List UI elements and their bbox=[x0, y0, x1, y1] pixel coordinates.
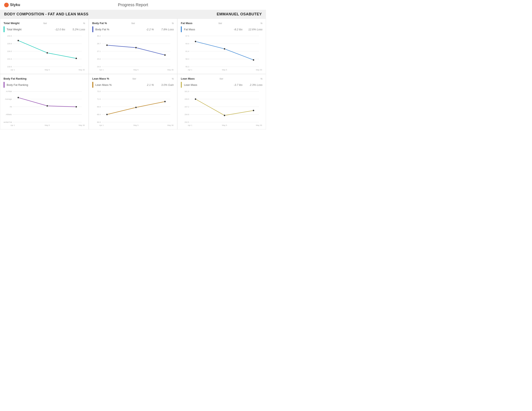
chart-panel-lean-mass: Lean MassNet%Lean Mass-3.7 lbs2.3% Loss1… bbox=[177, 74, 266, 129]
svg-text:Apr 1: Apr 1 bbox=[11, 124, 15, 126]
color-bar-fat-mass bbox=[181, 26, 182, 32]
net-label-total-weight: Net bbox=[43, 22, 47, 25]
svg-text:61.4: 61.4 bbox=[186, 50, 189, 52]
chart-area-fat-mass: 67.564.461.458.355.3Apr 1May 5May 30 bbox=[181, 34, 262, 72]
header: Styku Progress Report BODY COMPOSITION -… bbox=[0, 0, 266, 19]
chart-area-lean-mass-pct: 73.071.569.968.466.9Apr 1May 5May 30 bbox=[92, 90, 174, 127]
color-bar-total-weight bbox=[4, 26, 5, 32]
svg-text:58.3: 58.3 bbox=[186, 58, 189, 60]
color-bar-body-fat-pct bbox=[92, 26, 93, 32]
chart-header-fat-mass: Fat MassNet% bbox=[181, 22, 262, 25]
svg-text:157.2: 157.2 bbox=[185, 106, 189, 108]
chart-svg-lean-mass: 161.9159.5157.2154.8152.5Apr 1May 5May 3… bbox=[181, 90, 262, 127]
chart-panel-fat-mass: Fat MassNet%Fat Mass-8.2 lbs12.6% Loss67… bbox=[177, 19, 266, 74]
svg-text:55.3: 55.3 bbox=[186, 66, 189, 68]
pct-label-body-fat-pct: % bbox=[172, 22, 174, 25]
svg-text:222.3: 222.3 bbox=[7, 58, 12, 60]
logo: Styku bbox=[4, 3, 20, 7]
metric-name-fat-mass: Fat Mass bbox=[184, 28, 228, 31]
svg-text:May 5: May 5 bbox=[222, 124, 227, 126]
svg-text:233.5: 233.5 bbox=[7, 35, 12, 37]
section-header: BODY COMPOSITION - FAT AND LEAN MASS EMM… bbox=[0, 10, 266, 19]
chart-header-body-fat-ranking: Body Fat Ranking bbox=[4, 77, 85, 80]
net-label-lean-mass-pct: Net bbox=[132, 77, 136, 80]
svg-text:Apr 1: Apr 1 bbox=[11, 69, 15, 71]
svg-text:71.5: 71.5 bbox=[97, 98, 101, 100]
chart-svg-body-fat-ranking: At RiskAverageFitAthleticEssential FatAp… bbox=[4, 90, 85, 127]
metric-name-body-fat-ranking: Body Fat Ranking bbox=[7, 83, 85, 86]
svg-text:159.5: 159.5 bbox=[185, 98, 189, 100]
chart-header-lean-mass-pct: Lean Mass %Net% bbox=[92, 77, 174, 80]
chart-panel-body-fat-ranking: Body Fat RankingBody Fat RankingAt RiskA… bbox=[0, 74, 89, 129]
color-bar-body-fat-ranking bbox=[4, 82, 5, 88]
svg-point-79 bbox=[164, 101, 166, 102]
section-title: BODY COMPOSITION - FAT AND LEAN MASS bbox=[4, 12, 88, 16]
metric-row-body-fat-pct: Body Fat %-2.2 %7.8% Loss bbox=[92, 26, 174, 32]
metric-pct-total-weight: 5.2% Loss bbox=[69, 28, 85, 31]
svg-text:154.8: 154.8 bbox=[185, 114, 189, 115]
metric-row-body-fat-ranking: Body Fat Ranking bbox=[4, 82, 85, 88]
metric-net-lean-mass: -3.7 lbs bbox=[228, 83, 243, 86]
svg-text:May 30: May 30 bbox=[79, 69, 85, 71]
chart-panel-body-fat-pct: Body Fat %Net%Body Fat %-2.2 %7.8% Loss3… bbox=[89, 19, 178, 74]
svg-point-94 bbox=[224, 115, 226, 116]
svg-text:27.1: 27.1 bbox=[97, 50, 101, 52]
svg-text:May 5: May 5 bbox=[45, 124, 50, 126]
svg-point-95 bbox=[253, 110, 254, 111]
svg-text:May 30: May 30 bbox=[167, 69, 173, 71]
svg-point-31 bbox=[164, 54, 166, 56]
svg-text:152.5: 152.5 bbox=[185, 121, 189, 123]
metric-name-total-weight: Total Weight bbox=[7, 28, 51, 31]
metric-row-fat-mass: Fat Mass-8.2 lbs12.6% Loss bbox=[181, 26, 262, 32]
metric-name-lean-mass: Lean Mass bbox=[184, 83, 228, 86]
chart-svg-body-fat-pct: 30.228.727.125.624.0Apr 1May 5May 30 bbox=[92, 34, 174, 72]
net-label-lean-mass: Net bbox=[219, 77, 223, 80]
pct-label-total-weight: % bbox=[83, 22, 85, 25]
chart-title-body-fat-pct: Body Fat % bbox=[92, 22, 107, 25]
metric-pct-lean-mass-pct: 3.0% Gain bbox=[157, 83, 174, 86]
svg-text:229.8: 229.8 bbox=[7, 43, 12, 45]
svg-point-29 bbox=[106, 44, 108, 46]
chart-svg-fat-mass: 67.564.461.458.355.3Apr 1May 5May 30 bbox=[181, 34, 262, 72]
pct-label-fat-mass: % bbox=[260, 22, 262, 25]
svg-text:May 30: May 30 bbox=[79, 124, 85, 126]
svg-text:226.0: 226.0 bbox=[7, 50, 12, 52]
chart-header-lean-mass: Lean MassNet% bbox=[181, 77, 262, 80]
svg-text:May 5: May 5 bbox=[133, 69, 139, 71]
svg-text:Fit: Fit bbox=[10, 106, 12, 108]
svg-point-47 bbox=[253, 59, 254, 61]
svg-text:73.0: 73.0 bbox=[97, 90, 101, 93]
svg-text:69.9: 69.9 bbox=[97, 106, 101, 108]
color-bar-lean-mass-pct bbox=[92, 82, 93, 88]
svg-point-62 bbox=[46, 105, 48, 107]
svg-text:At Risk: At Risk bbox=[6, 90, 12, 93]
chart-svg-total-weight: 233.5229.8226.0222.3218.5Apr 1May 5May 3… bbox=[4, 34, 85, 72]
svg-text:28.7: 28.7 bbox=[97, 43, 101, 45]
svg-text:Apr 1: Apr 1 bbox=[99, 69, 104, 71]
chart-area-lean-mass: 161.9159.5157.2154.8152.5Apr 1May 5May 3… bbox=[181, 90, 262, 127]
color-bar-lean-mass bbox=[181, 82, 182, 88]
svg-text:66.9: 66.9 bbox=[97, 121, 101, 123]
metric-net-fat-mass: -8.2 lbs bbox=[228, 28, 243, 31]
chart-svg-lean-mass-pct: 73.071.569.968.466.9Apr 1May 5May 30 bbox=[92, 90, 174, 127]
svg-text:May 30: May 30 bbox=[256, 69, 262, 71]
metric-row-total-weight: Total Weight-12.0 lbs5.2% Loss bbox=[4, 26, 85, 32]
svg-point-15 bbox=[76, 57, 77, 59]
svg-text:25.6: 25.6 bbox=[97, 58, 101, 60]
svg-point-78 bbox=[135, 107, 137, 108]
svg-text:64.4: 64.4 bbox=[186, 43, 189, 45]
svg-text:67.5: 67.5 bbox=[186, 35, 189, 37]
metric-net-body-fat-pct: -2.2 % bbox=[139, 28, 154, 31]
page-title: Progress Report bbox=[118, 2, 148, 7]
svg-text:Athletic: Athletic bbox=[6, 114, 12, 115]
svg-text:Average: Average bbox=[5, 98, 12, 100]
logo-icon bbox=[4, 3, 9, 7]
pct-label-lean-mass: % bbox=[260, 77, 262, 80]
svg-point-46 bbox=[224, 48, 226, 50]
svg-text:218.5: 218.5 bbox=[7, 66, 12, 68]
svg-point-14 bbox=[46, 52, 48, 54]
svg-point-63 bbox=[76, 106, 77, 108]
metric-net-total-weight: -12.0 lbs bbox=[51, 28, 65, 31]
chart-title-fat-mass: Fat Mass bbox=[181, 22, 192, 25]
svg-text:May 5: May 5 bbox=[45, 69, 50, 71]
